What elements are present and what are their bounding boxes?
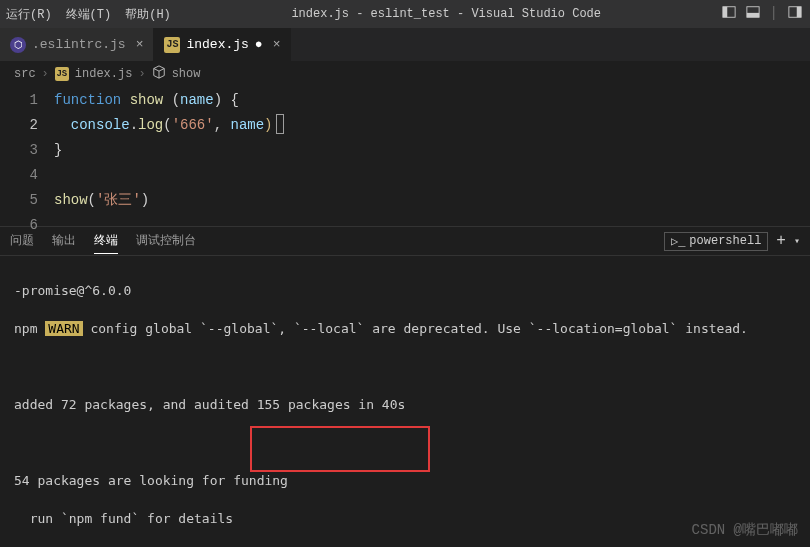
line-gutter: 1 2 3 4 5 6 (0, 86, 54, 226)
window-title: index.js - eslint_test - Visual Studio C… (171, 7, 722, 21)
tab-bar: ⬡ .eslintrc.js × JS index.js ● × (0, 28, 810, 62)
tab-eslintrc[interactable]: ⬡ .eslintrc.js × (0, 28, 154, 61)
tab-label: .eslintrc.js (32, 37, 126, 52)
menu-terminal[interactable]: 终端(T) (66, 6, 112, 23)
code-area[interactable]: function show (name) { console.log('666'… (54, 86, 810, 226)
layout-left-icon[interactable] (722, 5, 736, 23)
close-icon[interactable]: × (136, 37, 144, 52)
watermark: CSDN @嘴巴嘟嘟 (692, 521, 798, 539)
close-icon[interactable]: × (273, 37, 281, 52)
bc-src[interactable]: src (14, 67, 36, 81)
bc-symbol[interactable]: show (172, 67, 201, 81)
menu-run[interactable]: 运行(R) (6, 6, 52, 23)
svg-rect-1 (722, 7, 726, 18)
tab-indexjs[interactable]: JS index.js ● × (154, 28, 291, 61)
chevron-right-icon: › (42, 67, 49, 81)
chevron-right-icon: › (138, 67, 145, 81)
bc-file[interactable]: index.js (75, 67, 133, 81)
menu-bar: 运行(R) 终端(T) 帮助(H) index.js - eslint_test… (0, 0, 810, 28)
tab-label: index.js (186, 37, 248, 52)
svg-rect-3 (746, 13, 758, 17)
layout-right-icon[interactable] (788, 5, 802, 23)
layout-bottom-icon[interactable] (746, 5, 760, 23)
js-icon: JS (55, 67, 69, 81)
terminal-output[interactable]: -promise@^6.0.0 npm WARN config global `… (0, 256, 810, 506)
eslint-icon: ⬡ (10, 37, 26, 53)
svg-rect-5 (797, 7, 801, 18)
js-icon: JS (164, 37, 180, 53)
menu-help[interactable]: 帮助(H) (125, 6, 171, 23)
modified-dot-icon: ● (255, 37, 263, 52)
editor[interactable]: 1 2 3 4 5 6 function show (name) { conso… (0, 86, 810, 226)
cube-icon (152, 65, 166, 83)
warn-badge: WARN (45, 321, 82, 336)
breadcrumb[interactable]: src › JS index.js › show (0, 62, 810, 86)
